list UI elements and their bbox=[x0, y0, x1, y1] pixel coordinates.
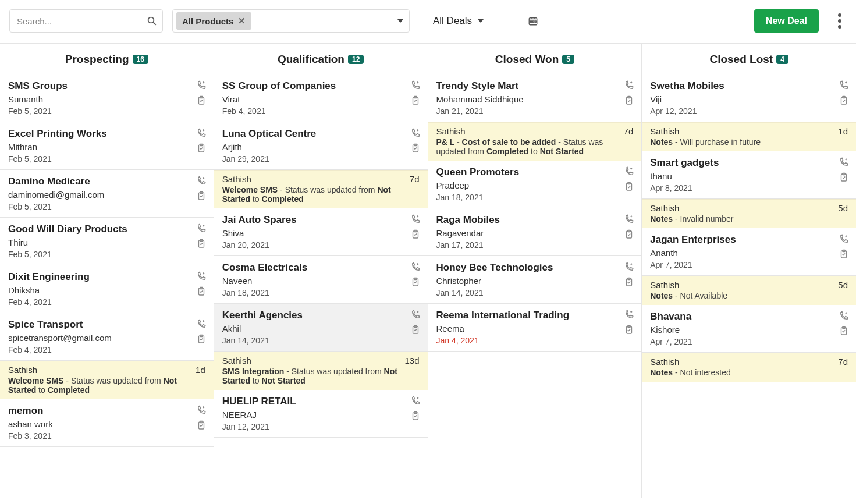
clipboard-icon[interactable] bbox=[839, 326, 849, 336]
calendar-icon[interactable] bbox=[528, 16, 538, 26]
close-icon[interactable]: ✕ bbox=[238, 16, 246, 26]
clipboard-icon[interactable] bbox=[624, 95, 634, 106]
phone-add-icon[interactable] bbox=[410, 396, 421, 406]
clipboard-icon[interactable] bbox=[410, 229, 421, 240]
deal-card[interactable]: Keerthi AgenciesAkhilJan 14, 2021 bbox=[214, 304, 428, 352]
phone-add-icon[interactable] bbox=[839, 234, 849, 244]
deal-title: Luna Optical Centre bbox=[222, 128, 420, 140]
deal-card[interactable]: Smart gadgetsthanuApr 8, 2021 bbox=[642, 151, 856, 199]
product-filter[interactable]: All Products ✕ bbox=[172, 9, 410, 33]
clipboard-icon[interactable] bbox=[196, 239, 207, 249]
deal-card[interactable]: Excel Printing WorksMithranFeb 5, 2021 bbox=[0, 122, 214, 170]
phone-add-icon[interactable] bbox=[196, 271, 207, 282]
clipboard-icon[interactable] bbox=[196, 334, 207, 345]
deals-filter[interactable]: All Deals bbox=[433, 15, 484, 27]
phone-add-icon[interactable] bbox=[196, 319, 207, 329]
kanban-column: Closed Lost4Swetha MobilesVijiApr 12, 20… bbox=[642, 44, 856, 498]
search-input[interactable] bbox=[9, 9, 163, 33]
clipboard-icon[interactable] bbox=[196, 420, 207, 431]
deal-contact: Virat bbox=[222, 94, 420, 104]
clipboard-icon[interactable] bbox=[410, 411, 421, 421]
deal-card[interactable]: Jai Auto SparesShivaJan 20, 2021 bbox=[214, 208, 428, 256]
toolbar: All Products ✕ All Deals New Deal bbox=[0, 0, 856, 43]
clipboard-icon[interactable] bbox=[624, 182, 634, 192]
new-deal-button[interactable]: New Deal bbox=[754, 9, 819, 33]
column-body[interactable]: SMS GroupsSumanthFeb 5, 2021 Excel Print… bbox=[0, 74, 214, 498]
column-header[interactable]: Closed Won5 bbox=[428, 44, 642, 74]
svg-rect-7 bbox=[532, 21, 534, 22]
phone-add-icon[interactable] bbox=[624, 262, 634, 272]
deal-title: Reema International Trading bbox=[436, 310, 634, 321]
deal-card[interactable]: Luna Optical CentreArjithJan 29, 2021 bbox=[214, 122, 428, 170]
svg-line-1 bbox=[153, 22, 156, 25]
phone-add-icon[interactable] bbox=[410, 262, 421, 272]
deal-card[interactable]: Swetha MobilesVijiApr 12, 2021 bbox=[642, 74, 856, 122]
phone-add-icon[interactable] bbox=[624, 80, 634, 91]
deal-note[interactable]: Sathish13dSMS Integration - Status was u… bbox=[214, 352, 428, 390]
more-menu-icon[interactable] bbox=[833, 13, 847, 29]
clipboard-icon[interactable] bbox=[624, 229, 634, 240]
phone-add-icon[interactable] bbox=[196, 223, 207, 234]
phone-add-icon[interactable] bbox=[839, 311, 849, 321]
phone-add-icon[interactable] bbox=[410, 310, 421, 320]
phone-add-icon[interactable] bbox=[196, 80, 207, 91]
card-actions bbox=[196, 405, 207, 431]
clipboard-icon[interactable] bbox=[839, 95, 849, 106]
deal-card[interactable]: Trendy Style MartMohammad SiddhiqueJan 2… bbox=[428, 74, 642, 122]
deal-card[interactable]: Spice Transportspicetransport@gmail.comF… bbox=[0, 313, 214, 361]
deal-card[interactable]: Queen PromotersPradeepJan 18, 2021 bbox=[428, 161, 642, 208]
deal-note[interactable]: Sathish5dNotes - Invalid number bbox=[642, 199, 856, 228]
phone-add-icon[interactable] bbox=[624, 166, 634, 177]
clipboard-icon[interactable] bbox=[410, 95, 421, 106]
phone-add-icon[interactable] bbox=[410, 80, 421, 91]
phone-add-icon[interactable] bbox=[839, 80, 849, 91]
clipboard-icon[interactable] bbox=[624, 325, 634, 335]
deal-note[interactable]: Sathish1dNotes - Will purchase in future bbox=[642, 122, 856, 151]
deal-card[interactable]: HUELIP RETAILNEERAJJan 12, 2021 bbox=[214, 390, 428, 438]
column-body[interactable]: SS Group of CompaniesViratFeb 4, 2021 Lu… bbox=[214, 74, 428, 498]
deal-card[interactable]: Jagan EnterprisesAnanthApr 7, 2021 bbox=[642, 228, 856, 276]
deal-note[interactable]: Sathish7dP& L - Cost of sale to be added… bbox=[428, 122, 642, 161]
clipboard-icon[interactable] bbox=[839, 172, 849, 183]
deal-card[interactable]: Cosma ElectricalsNaveenJan 18, 2021 bbox=[214, 256, 428, 304]
deal-note[interactable]: Sathish7dNotes - Not interested bbox=[642, 353, 856, 382]
phone-add-icon[interactable] bbox=[839, 157, 849, 168]
deal-card[interactable]: Reema International TradingReemaJan 4, 2… bbox=[428, 304, 642, 352]
phone-add-icon[interactable] bbox=[196, 405, 207, 416]
clipboard-icon[interactable] bbox=[196, 95, 207, 106]
clipboard-icon[interactable] bbox=[196, 143, 207, 154]
deal-note[interactable]: Sathish7dWelcome SMS - Status was update… bbox=[214, 170, 428, 208]
column-header[interactable]: Prospecting16 bbox=[0, 44, 214, 74]
column-header[interactable]: Closed Lost4 bbox=[642, 44, 856, 74]
deal-card[interactable]: Dixit EngineeringDhikshaFeb 4, 2021 bbox=[0, 265, 214, 313]
deal-card[interactable]: Raga MobilesRagavendarJan 17, 2021 bbox=[428, 208, 642, 256]
deal-card[interactable]: Good Will Diary ProductsThiruFeb 5, 2021 bbox=[0, 218, 214, 265]
column-header[interactable]: Qualification12 bbox=[214, 44, 428, 74]
column-body[interactable]: Swetha MobilesVijiApr 12, 2021 Sathish1d… bbox=[642, 74, 856, 498]
clipboard-icon[interactable] bbox=[196, 286, 207, 297]
phone-add-icon[interactable] bbox=[624, 214, 634, 225]
clipboard-icon[interactable] bbox=[196, 191, 207, 201]
deal-card[interactable]: SMS GroupsSumanthFeb 5, 2021 bbox=[0, 74, 214, 122]
deal-note[interactable]: Sathish5dNotes - Not Available bbox=[642, 276, 856, 305]
deal-title: Queen Promoters bbox=[436, 166, 634, 178]
search-icon[interactable] bbox=[147, 16, 157, 26]
filter-chip[interactable]: All Products ✕ bbox=[176, 12, 251, 30]
clipboard-icon[interactable] bbox=[410, 325, 421, 335]
deal-card[interactable]: Honey Bee TechnologiesChristopherJan 14,… bbox=[428, 256, 642, 304]
deal-card[interactable]: SS Group of CompaniesViratFeb 4, 2021 bbox=[214, 74, 428, 122]
deal-card[interactable]: memonashan workFeb 3, 2021 bbox=[0, 399, 214, 447]
phone-add-icon[interactable] bbox=[410, 214, 421, 225]
phone-add-icon[interactable] bbox=[410, 128, 421, 139]
clipboard-icon[interactable] bbox=[839, 249, 849, 260]
column-body[interactable]: Trendy Style MartMohammad SiddhiqueJan 2… bbox=[428, 74, 642, 498]
deal-card[interactable]: BhavanaKishoreApr 7, 2021 bbox=[642, 305, 856, 353]
deal-card[interactable]: Damino Medicaredaminomedi@gmail.comFeb 5… bbox=[0, 170, 214, 218]
phone-add-icon[interactable] bbox=[196, 128, 207, 139]
phone-add-icon[interactable] bbox=[624, 310, 634, 320]
clipboard-icon[interactable] bbox=[410, 277, 421, 288]
clipboard-icon[interactable] bbox=[624, 277, 634, 288]
clipboard-icon[interactable] bbox=[410, 143, 421, 154]
phone-add-icon[interactable] bbox=[196, 176, 207, 186]
deal-note[interactable]: Sathish1dWelcome SMS - Status was update… bbox=[0, 361, 214, 399]
